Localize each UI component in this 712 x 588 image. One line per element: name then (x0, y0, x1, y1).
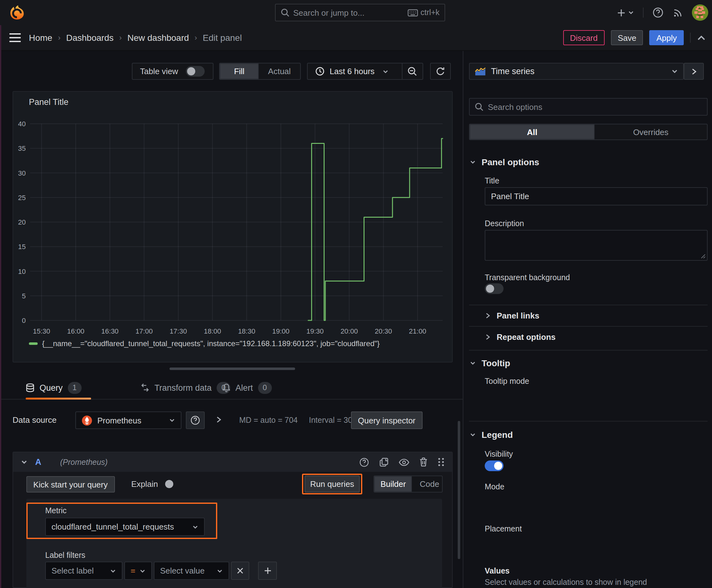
refresh-button[interactable] (430, 63, 451, 80)
add-filter-button[interactable] (258, 562, 277, 580)
query-datasource-hint: (Prometheus) (60, 458, 108, 466)
legend-series-label[interactable]: {__name__="cloudflared_tunnel_total_requ… (42, 339, 380, 348)
legend-visibility-toggle[interactable] (485, 460, 503, 471)
label-filters-label: Label filters (45, 551, 85, 560)
datasource-name: Prometheus (97, 416, 164, 425)
svg-text:16:30: 16:30 (102, 327, 118, 335)
operator-value: = (131, 566, 135, 575)
values-description: Select values or calculations to show in… (485, 578, 647, 587)
timeseries-chart[interactable]: 051015202530354015:3016:0016:3017:0017:3… (13, 92, 453, 363)
user-avatar[interactable] (692, 4, 708, 21)
discard-button[interactable]: Discard (563, 30, 605, 45)
tab-query-label: Query (40, 383, 63, 392)
datasource-help-button[interactable] (186, 412, 205, 429)
chevron-down-icon (470, 432, 476, 438)
chevron-down-icon[interactable] (21, 459, 28, 465)
hide-query-eye-icon[interactable] (399, 458, 409, 466)
run-queries-button[interactable]: Run queries (304, 476, 360, 492)
remove-filter-button[interactable] (231, 562, 249, 580)
search-options-input[interactable]: Search options (469, 98, 708, 115)
breadcrumb-dashboards[interactable]: Dashboards (66, 33, 114, 43)
fill-actual-switch: Fill Actual (219, 63, 301, 80)
datasource-picker[interactable]: Prometheus (75, 412, 181, 429)
metric-label: Metric (45, 506, 67, 515)
duplicate-query-icon[interactable] (379, 457, 389, 467)
tab-alert[interactable]: Alert 0 (222, 379, 272, 396)
toggle-viz-picker-button[interactable] (684, 63, 704, 80)
panel-links-section[interactable]: Panel links (486, 311, 539, 320)
topbar-divider (643, 7, 644, 18)
transparent-bg-toggle[interactable] (485, 283, 503, 294)
metric-select[interactable]: cloudflared_tunnel_total_requests (45, 518, 205, 536)
tab-transform[interactable]: Transform data 0 (141, 379, 231, 396)
database-icon (26, 383, 35, 392)
breadcrumb-home[interactable]: Home (29, 33, 52, 43)
time-range-picker[interactable]: Last 6 hours (308, 63, 402, 79)
tab-alert-label: Alert (235, 383, 253, 392)
grafana-logo-icon[interactable] (9, 4, 25, 21)
prometheus-icon (82, 415, 92, 426)
news-icon[interactable] (672, 7, 683, 18)
add-new-button[interactable] (617, 8, 634, 17)
select-label-dropdown[interactable]: Select label (45, 562, 123, 580)
svg-text:16:00: 16:00 (67, 327, 84, 335)
global-search-input[interactable]: Search or jump to... ctrl+k (275, 4, 445, 21)
panel-options-section-header[interactable]: Panel options (470, 157, 539, 167)
operator-dropdown[interactable]: = (124, 562, 152, 580)
chevron-right-icon: › (195, 33, 197, 42)
actual-option[interactable]: Actual (259, 63, 300, 79)
apply-button[interactable]: Apply (649, 30, 684, 45)
visualization-name: Time series (491, 67, 666, 76)
save-button[interactable]: Save (611, 30, 643, 45)
tab-all[interactable]: All (470, 124, 595, 140)
collapse-up-icon[interactable] (697, 35, 706, 41)
breadcrumb-edit-panel: Edit panel (203, 33, 242, 43)
panel-resize-handle[interactable] (170, 368, 295, 370)
expand-options-icon[interactable] (216, 416, 222, 423)
section-divider (469, 350, 708, 351)
grafana-edit-panel-screen: Search or jump to... ctrl+k (0, 0, 712, 588)
drag-grip-icon[interactable] (438, 457, 445, 467)
panel-title-input[interactable]: Panel Title (485, 187, 708, 205)
query-count-badge: 1 (68, 382, 82, 394)
alert-count-badge: 0 (258, 382, 272, 394)
tooltip-section-header[interactable]: Tooltip (470, 358, 510, 368)
chevron-right-icon: › (58, 33, 61, 42)
zoom-out-button[interactable] (403, 63, 423, 79)
legend-section-header[interactable]: Legend (470, 430, 513, 440)
svg-text:25: 25 (18, 194, 26, 202)
hamburger-menu-icon[interactable] (9, 33, 21, 43)
delete-query-trash-icon[interactable] (419, 457, 428, 467)
query-help-icon[interactable] (359, 457, 369, 467)
help-icon[interactable] (652, 7, 664, 18)
repeat-options-section[interactable]: Repeat options (486, 332, 556, 342)
search-shortcut: ctrl+k (408, 8, 439, 17)
table-view-toggle[interactable] (186, 66, 204, 77)
description-textarea[interactable] (485, 230, 708, 261)
chart-legend[interactable]: {__name__="cloudflared_tunnel_total_requ… (29, 339, 380, 348)
chevron-right-icon (486, 312, 490, 319)
maxdatapoints-stat: MD = auto = 704 (239, 416, 298, 425)
svg-text:18:30: 18:30 (238, 327, 255, 335)
fill-option[interactable]: Fill (220, 63, 259, 79)
transparent-bg-label: Transparent background (485, 273, 570, 282)
breadcrumb-new-dashboard[interactable]: New dashboard (127, 33, 189, 43)
kick-start-query-button[interactable]: Kick start your query (26, 476, 114, 492)
query-inspector-button[interactable]: Query inspector (351, 412, 423, 429)
tab-overrides[interactable]: Overrides (595, 124, 707, 140)
tab-query[interactable]: Query 1 (26, 379, 82, 396)
transform-icon (141, 383, 149, 392)
select-value-dropdown[interactable]: Select value (154, 562, 229, 580)
visualization-panel[interactable]: Panel Title 051015202530354015:3016:0016… (13, 91, 453, 362)
visualization-picker[interactable]: Time series (469, 63, 684, 80)
svg-text:20:30: 20:30 (375, 327, 392, 335)
resize-grip-icon[interactable] (701, 254, 706, 259)
query-row-header[interactable]: A (Prometheus) (13, 452, 452, 472)
code-option[interactable]: Code (412, 476, 447, 492)
builder-option[interactable]: Builder (374, 476, 412, 492)
svg-text:15:30: 15:30 (33, 327, 50, 335)
editor-tabs: Query 1 Transform data 0 Alert 0 (0, 376, 463, 400)
alert-bell-icon (222, 383, 231, 392)
window-edge-stripe (0, 25, 1, 588)
content-scrollbar[interactable] (458, 421, 460, 559)
